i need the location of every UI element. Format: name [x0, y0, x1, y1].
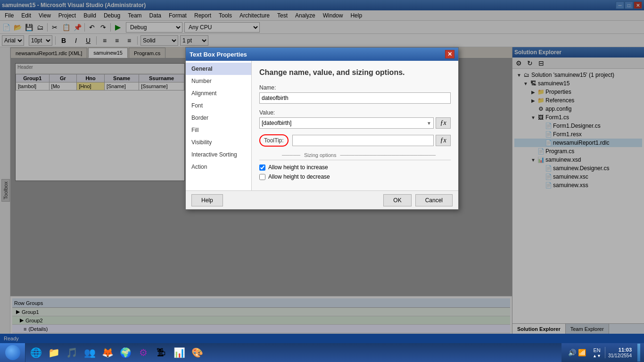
- show-desktop-btn[interactable]: [637, 344, 640, 362]
- ok-button[interactable]: OK: [383, 194, 411, 206]
- lang-indicator: EN: [593, 347, 600, 353]
- nav-font[interactable]: Font: [186, 99, 251, 112]
- nav-visibility[interactable]: Visibility: [186, 136, 251, 148]
- taskbar-firefox-icon[interactable]: 🦊: [99, 344, 116, 361]
- taskbar-paint-icon[interactable]: 🎨: [189, 344, 206, 361]
- value-input-row: [dateofbirth] ▼ ƒx: [259, 117, 451, 129]
- dialog-overlay: Text Box Properties ✕ General Number Ali…: [0, 0, 644, 362]
- name-field-row: Name:: [259, 84, 451, 104]
- nav-general[interactable]: General: [186, 63, 251, 75]
- nav-interactive-sorting[interactable]: Interactive Sorting: [186, 148, 251, 161]
- tooltip-input-row: ToolTip: ƒx: [259, 134, 451, 147]
- network-icon[interactable]: 📶: [578, 349, 586, 356]
- allow-decrease-checkbox[interactable]: [259, 174, 265, 180]
- tooltip-field-row: ToolTip: ƒx: [259, 134, 451, 147]
- help-button[interactable]: Help: [191, 194, 223, 206]
- allow-increase-row: Allow height to increase: [259, 164, 451, 171]
- nav-action[interactable]: Action: [186, 161, 251, 173]
- tooltip-expression-button[interactable]: ƒx: [436, 135, 451, 146]
- volume-icon[interactable]: 🔊: [568, 349, 576, 356]
- up-arrow-icon: ▲▼: [593, 354, 601, 358]
- taskbar-vs-icon[interactable]: ⚙: [135, 344, 152, 361]
- sizing-title: ───── Sizing options ───────────────────…: [259, 152, 451, 160]
- dialog-title: Text Box Properties: [190, 51, 247, 58]
- name-input[interactable]: [259, 92, 451, 104]
- taskbar-right: 🔊 📶 EN ▲▼ 11:03 31/12/2554: [561, 343, 644, 362]
- dialog-subtitle: Change name, value, and sizing options.: [259, 68, 451, 77]
- value-dropdown[interactable]: [dateofbirth] ▼: [259, 117, 434, 129]
- cancel-button[interactable]: Cancel: [415, 194, 453, 206]
- name-label: Name:: [259, 84, 451, 91]
- textbox-properties-dialog: Text Box Properties ✕ General Number Ali…: [185, 47, 459, 210]
- allow-increase-checkbox[interactable]: [259, 165, 265, 171]
- tooltip-label: ToolTip:: [259, 134, 289, 147]
- value-field-row: Value: [dateofbirth] ▼ ƒx: [259, 109, 451, 129]
- value-label: Value:: [259, 109, 451, 116]
- taskbar-people-icon[interactable]: 👥: [81, 344, 98, 361]
- dialog-content: General Number Alignment Font Border Fil…: [186, 61, 458, 190]
- dialog-nav: General Number Alignment Font Border Fil…: [186, 61, 252, 190]
- taskbar-media-icon[interactable]: 🎵: [63, 344, 80, 361]
- taskbar-explorer-icon[interactable]: 📁: [45, 344, 62, 361]
- value-expression-button[interactable]: ƒx: [436, 117, 451, 129]
- dialog-main-content: Change name, value, and sizing options. …: [252, 61, 458, 190]
- allow-increase-label: Allow height to increase: [268, 164, 328, 171]
- dialog-title-bar: Text Box Properties ✕: [186, 48, 458, 61]
- nav-border[interactable]: Border: [186, 112, 251, 124]
- taskbar-zip-icon[interactable]: 🗜: [153, 344, 170, 361]
- nav-number[interactable]: Number: [186, 75, 251, 87]
- tooltip-input[interactable]: [292, 135, 434, 146]
- clock-date: 31/12/2554: [608, 353, 632, 358]
- dialog-close-button[interactable]: ✕: [445, 50, 454, 58]
- dropdown-arrow-icon: ▼: [427, 121, 431, 126]
- sizing-options: ───── Sizing options ───────────────────…: [259, 152, 451, 180]
- allow-decrease-row: Allow height to decrease: [259, 173, 451, 180]
- clock-time: 11:03: [619, 347, 632, 353]
- dialog-footer: Help OK Cancel: [186, 190, 458, 209]
- taskbar-icons: 🌐 📁 🎵 👥 🦊 🌍 ⚙ 🗜 📊 🎨: [25, 344, 207, 361]
- nav-fill[interactable]: Fill: [186, 124, 251, 136]
- start-orb-icon: [5, 345, 20, 360]
- value-text: [dateofbirth]: [262, 120, 291, 126]
- taskbar-chrome-icon[interactable]: 🌍: [117, 344, 134, 361]
- allow-decrease-label: Allow height to decrease: [268, 173, 330, 180]
- nav-alignment[interactable]: Alignment: [186, 87, 251, 99]
- taskbar: 🌐 📁 🎵 👥 🦊 🌍 ⚙ 🗜 📊 🎨 🔊 📶 EN ▲▼ 11:03 31/1…: [0, 343, 644, 362]
- taskbar-ie-icon[interactable]: 🌐: [27, 344, 44, 361]
- taskbar-excel-icon[interactable]: 📊: [171, 344, 188, 361]
- start-button[interactable]: [0, 343, 25, 362]
- systray: 🔊 📶: [565, 349, 589, 356]
